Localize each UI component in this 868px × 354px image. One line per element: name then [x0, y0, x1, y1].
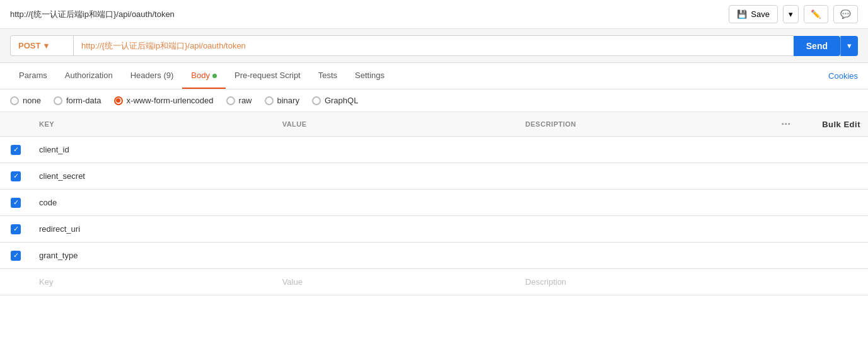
- th-checkbox: [0, 118, 32, 130]
- tab-headers[interactable]: Headers (9): [122, 63, 183, 89]
- save-label: Save: [751, 9, 770, 19]
- radio-none[interactable]: [10, 96, 19, 105]
- tab-authorization[interactable]: Authorization: [56, 63, 122, 89]
- row-1-value[interactable]: [275, 145, 518, 155]
- radio-binary[interactable]: [265, 96, 274, 105]
- placeholder-more: [761, 277, 811, 287]
- tabs-container: Params Authorization Headers (9) Body Pr…: [0, 63, 868, 89]
- row-2-checkbox[interactable]: [11, 171, 21, 181]
- checkbox-cell-2[interactable]: [0, 166, 32, 186]
- tab-body[interactable]: Body: [182, 63, 226, 89]
- body-active-dot: [212, 74, 217, 78]
- placeholder-description[interactable]: Description: [518, 272, 761, 292]
- top-bar-actions: 💾 Save ▾ ✏️ 💬: [729, 5, 858, 23]
- option-raw[interactable]: raw: [226, 96, 252, 105]
- row-5-more: [761, 251, 811, 261]
- method-select[interactable]: POST ▾: [10, 35, 73, 56]
- save-dropdown-button[interactable]: ▾: [783, 5, 799, 23]
- tab-settings[interactable]: Settings: [346, 63, 393, 89]
- save-button[interactable]: 💾 Save: [729, 5, 778, 23]
- body-options: none form-data x-www-form-urlencoded raw…: [0, 89, 868, 112]
- placeholder-key[interactable]: Key: [32, 272, 275, 292]
- row-1-checkbox[interactable]: [11, 145, 21, 155]
- radio-form-data[interactable]: [54, 96, 62, 105]
- checkbox-cell-3[interactable]: [0, 193, 32, 213]
- row-3-extra: [811, 198, 868, 208]
- row-3-value[interactable]: [275, 198, 518, 208]
- table-row: code: [0, 190, 868, 216]
- table-row: client_secret: [0, 163, 868, 190]
- row-2-description[interactable]: [518, 171, 761, 181]
- edit-icon-button[interactable]: ✏️: [804, 5, 828, 23]
- method-chevron-icon: ▾: [44, 41, 49, 50]
- th-more[interactable]: ···: [761, 112, 811, 136]
- checkbox-cell-4[interactable]: [0, 219, 32, 239]
- row-3-key[interactable]: code: [32, 193, 275, 212]
- option-binary[interactable]: binary: [265, 96, 299, 105]
- params-table: KEY VALUE DESCRIPTION ··· Bulk Edit clie…: [0, 112, 868, 295]
- send-button[interactable]: Send: [794, 36, 840, 56]
- tabs-left: Params Authorization Headers (9) Body Pr…: [10, 63, 393, 89]
- th-value: VALUE: [275, 114, 518, 134]
- top-bar: http://{统一认证后端ip和端口}/api/oauth/token 💾 S…: [0, 0, 868, 29]
- row-5-value[interactable]: [275, 251, 518, 261]
- table-row: grant_type: [0, 243, 868, 269]
- row-2-extra: [811, 171, 868, 181]
- row-2-more: [761, 171, 811, 181]
- placeholder-extra: [811, 277, 868, 287]
- comment-icon-button[interactable]: 💬: [833, 5, 858, 23]
- row-4-description[interactable]: [518, 224, 761, 234]
- row-4-more: [761, 224, 811, 234]
- row-1-more: [761, 145, 811, 155]
- option-form-data[interactable]: form-data: [54, 96, 101, 105]
- radio-raw[interactable]: [226, 96, 235, 105]
- row-5-key[interactable]: grant_type: [32, 246, 275, 265]
- table-header: KEY VALUE DESCRIPTION ··· Bulk Edit: [0, 112, 868, 137]
- row-4-extra: [811, 224, 868, 234]
- send-chevron-icon: ▾: [847, 41, 852, 50]
- option-graphql[interactable]: GraphQL: [312, 96, 358, 105]
- tab-pre-request[interactable]: Pre-request Script: [226, 63, 310, 89]
- row-5-description[interactable]: [518, 251, 761, 261]
- row-3-more: [761, 198, 811, 208]
- chevron-down-icon: ▾: [789, 9, 793, 19]
- table-row: client_id: [0, 137, 868, 163]
- comment-icon: 💬: [840, 9, 851, 19]
- row-1-extra: [811, 145, 868, 155]
- checkbox-cell-1[interactable]: [0, 140, 32, 160]
- placeholder-checkbox-cell: [0, 277, 32, 287]
- request-bar: POST ▾ Send ▾: [0, 29, 868, 63]
- row-4-key[interactable]: redirect_uri: [32, 219, 275, 239]
- top-bar-url: http://{统一认证后端ip和端口}/api/oauth/token: [10, 9, 175, 20]
- radio-graphql[interactable]: [312, 96, 321, 105]
- row-3-checkbox[interactable]: [11, 198, 21, 208]
- cookies-link[interactable]: Cookies: [828, 64, 858, 88]
- table-row: redirect_uri: [0, 216, 868, 243]
- radio-x-www-form-urlencoded[interactable]: [114, 96, 123, 105]
- table-row-placeholder: Key Value Description: [0, 269, 868, 295]
- option-x-www-form-urlencoded[interactable]: x-www-form-urlencoded: [114, 96, 214, 105]
- row-5-extra: [811, 251, 868, 261]
- th-bulk-edit[interactable]: Bulk Edit: [811, 113, 868, 135]
- send-dropdown-button[interactable]: ▾: [840, 36, 858, 56]
- row-1-description[interactable]: [518, 145, 761, 155]
- th-description: DESCRIPTION: [518, 114, 761, 134]
- tab-tests[interactable]: Tests: [310, 63, 346, 89]
- checkbox-cell-5[interactable]: [0, 246, 32, 266]
- row-2-key[interactable]: client_secret: [32, 166, 275, 186]
- row-1-key[interactable]: client_id: [32, 140, 275, 159]
- pencil-icon: ✏️: [811, 9, 821, 19]
- row-4-checkbox[interactable]: [11, 224, 21, 234]
- method-label: POST: [18, 41, 40, 50]
- tab-params[interactable]: Params: [10, 63, 56, 89]
- placeholder-value[interactable]: Value: [275, 272, 518, 292]
- option-none[interactable]: none: [10, 96, 41, 105]
- save-icon: 💾: [737, 9, 747, 19]
- row-5-checkbox[interactable]: [11, 251, 21, 261]
- url-input[interactable]: [73, 35, 794, 56]
- row-3-description[interactable]: [518, 198, 761, 208]
- th-key: KEY: [32, 114, 275, 134]
- row-2-value[interactable]: [275, 171, 518, 181]
- row-4-value[interactable]: [275, 224, 518, 234]
- send-group: Send ▾: [794, 36, 858, 56]
